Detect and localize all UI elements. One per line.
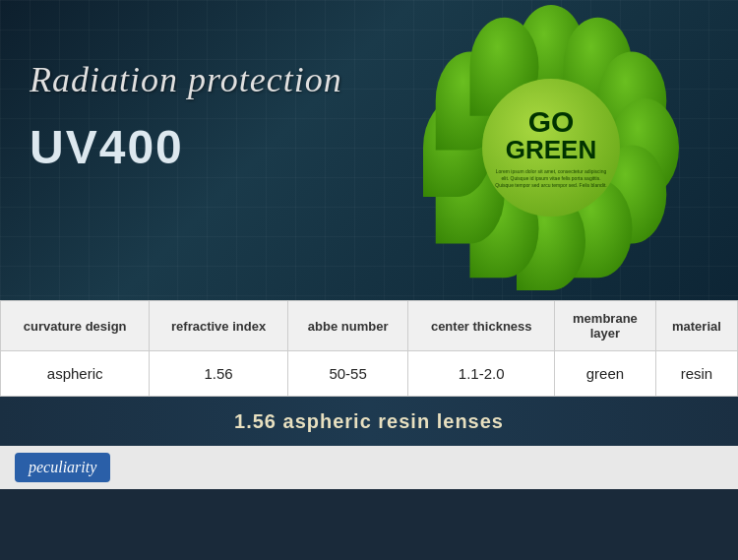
cell-material: resin [655,351,737,397]
go-green-lorem: Lorem ipsum dolor sit amet, consectetur … [492,168,610,189]
table-row: aspheric 1.56 50-55 1.1-2.0 green resin [1,351,738,397]
col-center: center thickness [408,301,555,351]
footer-section: 1.56 aspheric resin lenses [0,397,738,446]
cell-membrane: green [555,351,656,397]
leaves-container: GO GREEN Lorem ipsum dolor sit amet, con… [433,20,669,276]
specs-table-section: curvature design refractive index abbe n… [0,300,738,397]
footer-label: 1.56 aspheric resin lenses [234,410,504,433]
cell-refractive: 1.56 [150,351,288,397]
table-header-row: curvature design refractive index abbe n… [1,301,738,351]
go-green-circle: GO GREEN Lorem ipsum dolor sit amet, con… [482,79,620,217]
hero-section: Radiation protection UV400 GO GREEN Lore… [0,0,738,300]
col-curvature: curvature design [1,301,150,351]
hero-text-block: Radiation protection UV400 [30,59,342,174]
go-text: GO [528,107,575,137]
cell-abbe: 50-55 [287,351,408,397]
peculiarity-badge[interactable]: peculiarity [15,453,110,482]
col-refractive: refractive index [150,301,288,351]
go-green-badge: GO GREEN Lorem ipsum dolor sit amet, con… [423,10,679,285]
green-text: GREEN [506,137,596,162]
peculiarity-section: peculiarity [0,446,738,489]
uv400-label: UV400 [30,120,342,174]
specs-table: curvature design refractive index abbe n… [0,300,738,397]
col-material: material [655,301,737,351]
col-membrane: membranelayer [555,301,656,351]
cell-center: 1.1-2.0 [408,351,555,397]
radiation-protection-label: Radiation protection [30,59,342,100]
cell-curvature: aspheric [1,351,150,397]
col-abbe: abbe number [287,301,408,351]
